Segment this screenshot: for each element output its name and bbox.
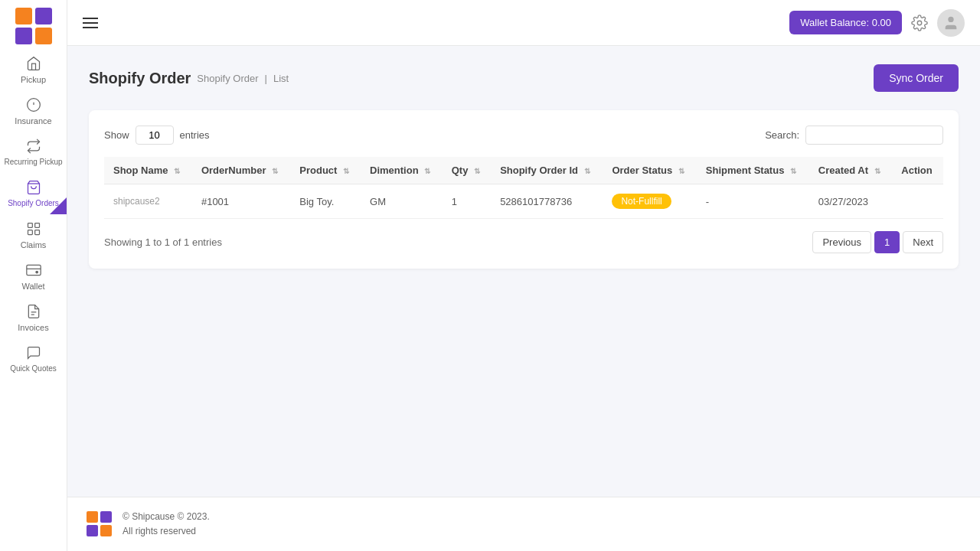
sidebar-item-label: Invoices <box>18 323 48 332</box>
pagination-previous[interactable]: Previous <box>812 231 871 253</box>
avatar[interactable] <box>937 9 965 37</box>
svg-point-14 <box>917 21 922 25</box>
sidebar-item-label: Wallet <box>21 282 44 291</box>
svg-rect-0 <box>15 8 32 24</box>
sidebar: Pickup Insurance Recurring Pickup <box>0 0 67 551</box>
svg-rect-16 <box>87 511 98 523</box>
page-title: Shopify Order <box>89 70 191 87</box>
table-top-controls: Show entries Search: <box>104 126 943 145</box>
sidebar-item-label: Quick Quotes <box>10 364 57 373</box>
breadcrumb-link[interactable]: Shopify Order <box>197 73 258 84</box>
hamburger-button[interactable] <box>83 18 98 28</box>
sidebar-item-quick-quotes[interactable]: Quick Quotes <box>0 338 67 380</box>
insurance-icon <box>25 96 42 113</box>
col-action: Action <box>892 157 943 184</box>
cell-product: Big Toy. <box>290 184 361 219</box>
cell-shipment-status: - <box>697 184 809 219</box>
cell-shopify-order-id: 5286101778736 <box>491 184 603 219</box>
svg-point-11 <box>35 271 38 273</box>
header: Wallet Balance: 0.00 <box>67 0 980 46</box>
svg-rect-1 <box>35 8 52 24</box>
sort-icon-product: ⇅ <box>343 167 349 175</box>
col-dimention[interactable]: Dimention ⇅ <box>361 157 443 184</box>
svg-rect-9 <box>34 230 39 235</box>
entries-label: entries <box>180 129 210 141</box>
sort-icon-dimention: ⇅ <box>424 167 430 175</box>
search-area: Search: <box>765 126 943 145</box>
cell-qty: 1 <box>443 184 491 219</box>
svg-rect-2 <box>15 28 32 44</box>
recurring-icon <box>25 138 42 155</box>
content-area: Shopify Order Shopify Order | List Sync … <box>67 46 980 497</box>
wallet-icon <box>25 262 42 279</box>
status-badge: Not-Fullfill <box>612 194 671 209</box>
sort-icon-shopify-id: ⇅ <box>584 167 590 175</box>
pagination-next[interactable]: Next <box>903 231 943 253</box>
sidebar-item-label: Recurring Pickup <box>4 158 62 167</box>
cell-dimention: GM <box>361 184 443 219</box>
wallet-balance-button[interactable]: Wallet Balance: 0.00 <box>789 11 902 34</box>
breadcrumb-sep: | <box>265 73 267 84</box>
sidebar-logo <box>14 6 54 46</box>
col-shipment-status[interactable]: Shipment Status ⇅ <box>697 157 809 184</box>
svg-rect-19 <box>100 525 112 536</box>
sidebar-item-pickup[interactable]: Pickup <box>0 49 67 90</box>
invoices-icon <box>25 303 42 320</box>
col-order-status[interactable]: Order Status ⇅ <box>603 157 696 184</box>
col-product[interactable]: Product ⇅ <box>290 157 361 184</box>
pagination: Previous 1 Next <box>812 231 943 253</box>
shopify-icon <box>25 179 42 196</box>
breadcrumb: Shopify Order | List <box>197 73 289 84</box>
svg-rect-10 <box>26 265 40 275</box>
cell-order-status: Not-Fullfill <box>603 184 696 219</box>
page-title-area: Shopify Order Shopify Order | List <box>89 70 289 87</box>
sidebar-item-label: Pickup <box>21 75 46 84</box>
header-left <box>83 18 98 28</box>
col-created-at[interactable]: Created At ⇅ <box>809 157 892 184</box>
footer-copyright: © Shipcause © 2023. <box>122 510 210 524</box>
sidebar-item-insurance[interactable]: Insurance <box>0 90 67 132</box>
sidebar-item-wallet[interactable]: Wallet <box>0 256 67 297</box>
claims-icon <box>25 220 42 237</box>
svg-rect-6 <box>28 223 32 228</box>
sidebar-item-label: Shopify Orders <box>8 199 59 208</box>
orders-table: Shop Name ⇅ OrderNumber ⇅ Product ⇅ Di <box>104 157 943 219</box>
hamburger-line <box>83 27 98 28</box>
svg-rect-3 <box>35 28 52 44</box>
col-qty[interactable]: Qty ⇅ <box>443 157 491 184</box>
col-order-number[interactable]: OrderNumber ⇅ <box>192 157 290 184</box>
header-right: Wallet Balance: 0.00 <box>789 9 965 37</box>
footer: © Shipcause © 2023. All rights reserved <box>67 497 980 551</box>
sync-order-button[interactable]: Sync Order <box>874 64 959 92</box>
sidebar-item-claims[interactable]: Claims <box>0 214 67 256</box>
sidebar-item-invoices[interactable]: Invoices <box>0 297 67 338</box>
sidebar-item-label: Claims <box>21 240 47 249</box>
sort-icon-created-at: ⇅ <box>874 167 880 175</box>
pagination-page-1[interactable]: 1 <box>874 231 900 253</box>
hamburger-line <box>83 22 98 24</box>
user-icon <box>942 15 959 31</box>
footer-logo <box>86 510 113 538</box>
table-footer: Showing 1 to 1 of 1 entries Previous 1 N… <box>104 231 943 253</box>
breadcrumb-current: List <box>273 73 289 84</box>
cell-action <box>892 184 943 219</box>
settings-icon <box>911 15 928 31</box>
col-shopify-order-id[interactable]: Shopify Order Id ⇅ <box>491 157 603 184</box>
search-label: Search: <box>765 129 799 141</box>
table-row: shipcause2 #1001 Big Toy. GM 1 528610177… <box>104 184 943 219</box>
svg-rect-7 <box>34 223 39 228</box>
show-entries-control: Show entries <box>104 126 210 145</box>
sidebar-item-shopify-orders[interactable]: Shopify Orders <box>0 173 67 214</box>
sidebar-item-recurring-pickup[interactable]: Recurring Pickup <box>0 132 67 173</box>
sort-icon-qty: ⇅ <box>474 167 480 175</box>
page-header: Shopify Order Shopify Order | List Sync … <box>89 64 959 92</box>
search-input[interactable] <box>805 126 943 145</box>
settings-button[interactable] <box>911 15 928 31</box>
entries-input[interactable] <box>136 126 174 145</box>
col-shop-name[interactable]: Shop Name ⇅ <box>104 157 192 184</box>
footer-text: © Shipcause © 2023. All rights reserved <box>122 510 210 539</box>
svg-rect-18 <box>87 525 98 536</box>
pickup-icon <box>25 55 42 72</box>
table-header: Shop Name ⇅ OrderNumber ⇅ Product ⇅ Di <box>104 157 943 184</box>
sort-icon-order-number: ⇅ <box>272 167 278 175</box>
